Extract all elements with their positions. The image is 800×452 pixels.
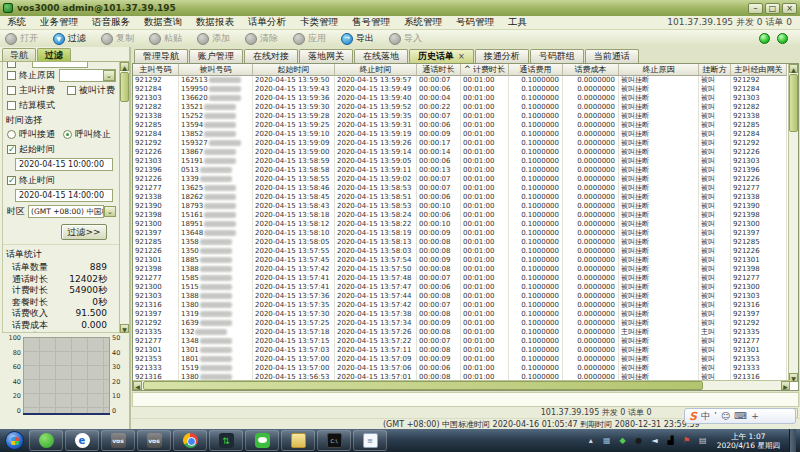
end-reason-checkbox[interactable] (7, 71, 16, 80)
ime-toolbox-icon[interactable]: + (751, 411, 759, 421)
chrome-icon[interactable] (173, 430, 207, 451)
sidebar-tab-1[interactable]: 过滤 (37, 48, 71, 61)
menu-item-7[interactable]: 售号管理 (345, 16, 397, 29)
tray-network-icon[interactable]: ▟ (665, 435, 677, 447)
filter-button[interactable]: 过滤 (53, 32, 86, 45)
scrollbar-thumb[interactable] (143, 381, 703, 390)
table-row[interactable]: 92139713192020-04-15 13:57:302020-04-15 … (133, 310, 798, 319)
table-row[interactable]: 921398151612020-04-15 13:58:182020-04-15… (133, 211, 798, 220)
tray-volume-icon[interactable]: ◄ (649, 435, 661, 447)
table-row[interactable]: 92122613502020-04-15 13:57:552020-04-15 … (133, 247, 798, 256)
start-time-input[interactable]: 2020-04-15 10:00:00 (15, 158, 113, 171)
col-header-4[interactable]: 通话时长 (417, 64, 461, 76)
table-row[interactable]: 921303151912020-04-15 13:58:592020-04-15… (133, 157, 798, 166)
filter-apply-button[interactable]: 过滤>> (61, 224, 107, 240)
maximize-button[interactable]: □ (765, 3, 780, 14)
close-tab-icon[interactable]: × (458, 52, 465, 61)
tray-qq-icon[interactable]: ● (633, 435, 645, 447)
transfer-tool-icon[interactable]: ⇅ (209, 430, 243, 451)
col-header-5[interactable]: ^ 计费时长 (461, 64, 509, 76)
ime-mode-icon[interactable]: 中 (701, 410, 710, 423)
scroll-up-icon[interactable]: ▲ (120, 62, 129, 71)
table-row[interactable]: 92139813882020-04-15 13:57:422020-04-15 … (133, 265, 798, 274)
chevron-down-icon[interactable]: ⌄ (103, 70, 115, 81)
table-row[interactable]: 921300189512020-04-15 13:58:122020-04-15… (133, 220, 798, 229)
taskbar-clock[interactable]: 上午 1:07 2020/4/16 星期四 (717, 432, 780, 450)
tab-1[interactable]: 账户管理 (189, 49, 243, 63)
notepad-icon[interactable]: ≡ (353, 430, 387, 451)
table-row[interactable]: 92122613392020-04-15 13:58:552020-04-15 … (133, 175, 798, 184)
menu-item-0[interactable]: 系统 (0, 16, 33, 29)
col-header-0[interactable]: 主叫号码 (133, 64, 179, 76)
ime-keyboard-icon[interactable]: ⌨ (734, 411, 747, 421)
table-row[interactable]: 921277136252020-04-15 13:58:462020-04-15… (133, 184, 798, 193)
table-row[interactable]: 92127713482020-04-15 13:57:152020-04-15 … (133, 337, 798, 346)
tray-hidden-icons-arrow[interactable]: ▴ (585, 435, 597, 447)
table-row[interactable]: 921397136482020-04-15 13:58:102020-04-15… (133, 229, 798, 238)
wechat-icon[interactable] (245, 430, 279, 451)
menu-item-9[interactable]: 号码管理 (449, 16, 501, 29)
table-row[interactable]: 921390187932020-04-15 13:58:432020-04-15… (133, 202, 798, 211)
table-row[interactable]: 9213351322020-04-15 13:57:182020-04-15 1… (133, 328, 798, 337)
table-row[interactable]: 92131613802020-04-15 13:57:352020-04-15 … (133, 301, 798, 310)
export-button[interactable]: 导出 (341, 32, 374, 45)
table-row[interactable]: 921282135212020-04-15 13:59:302020-04-15… (133, 103, 798, 112)
sidebar-tab-0[interactable]: 导航 (2, 48, 36, 61)
scrollbar-thumb[interactable] (789, 74, 798, 132)
menu-item-3[interactable]: 数据查询 (137, 16, 189, 29)
scrollbar-thumb[interactable] (120, 72, 129, 102)
col-header-8[interactable]: 终止原因 (619, 64, 699, 76)
table-row[interactable]: 9212921593272020-04-15 13:59:092020-04-1… (133, 139, 798, 148)
scroll-left-icon[interactable]: ◀ (133, 381, 142, 390)
col-header-2[interactable]: 起始时间 (253, 64, 335, 76)
cmd-icon[interactable]: C:\ (317, 430, 351, 451)
settlement-checkbox[interactable] (7, 101, 16, 110)
col-header-3[interactable]: 终止时间 (335, 64, 417, 76)
menu-item-2[interactable]: 语音服务 (85, 16, 137, 29)
tab-2[interactable]: 在线对接 (244, 49, 298, 63)
table-row[interactable]: 92130015152020-04-15 13:57:412020-04-15 … (133, 283, 798, 292)
sidebar-scrollbar[interactable]: ▲ ▼ (119, 62, 129, 333)
menu-item-6[interactable]: 卡类管理 (293, 16, 345, 29)
tab-6[interactable]: 接通分析 (475, 49, 529, 63)
scroll-up-icon[interactable]: ▲ (789, 64, 798, 73)
tray-flag-icon[interactable]: ⚑ (681, 435, 693, 447)
tab-0[interactable]: 管理导航 (134, 49, 188, 63)
menu-item-5[interactable]: 话单分析 (241, 16, 293, 29)
table-row[interactable]: 9212841599502020-04-15 13:59:432020-04-1… (133, 85, 798, 94)
table-row[interactable]: 9212921625132020-04-15 13:59:502020-04-1… (133, 76, 798, 85)
ime-punct-icon[interactable]: ’ (714, 411, 717, 421)
table-row[interactable]: 92135318012020-04-15 13:57:002020-04-15 … (133, 355, 798, 364)
menu-item-8[interactable]: 系统管理 (397, 16, 449, 29)
table-row[interactable]: 92129216392020-04-15 13:57:252020-04-15 … (133, 319, 798, 328)
table-row[interactable]: 921285135942020-04-15 13:59:252020-04-15… (133, 121, 798, 130)
browser-e-icon[interactable]: e (65, 430, 99, 451)
timezone-chevron-icon[interactable]: ⌄ (104, 206, 116, 217)
col-header-7[interactable]: 话费成本 (563, 64, 619, 76)
scroll-down-icon[interactable]: ▼ (120, 324, 129, 333)
table-vertical-scrollbar[interactable]: ▲ ▼ (788, 64, 798, 382)
col-header-1[interactable]: 被叫号码 (179, 64, 253, 76)
menu-item-1[interactable]: 业务管理 (33, 16, 85, 29)
scroll-right-icon[interactable]: ▶ (781, 381, 790, 390)
tab-7[interactable]: 号码群组 (530, 49, 584, 63)
minimize-button[interactable]: – (748, 3, 763, 14)
col-header-9[interactable]: 挂断方 (699, 64, 731, 76)
table-row[interactable]: 92130118852020-04-15 13:57:452020-04-15 … (133, 256, 798, 265)
table-row[interactable]: 92128513582020-04-15 13:58:052020-04-15 … (133, 238, 798, 247)
vos-client-icon-2[interactable]: vos (137, 430, 171, 451)
table-horizontal-scrollbar[interactable]: ◀ ▶ (133, 380, 790, 390)
table-row[interactable]: 92130113012020-04-15 13:57:032020-04-15 … (133, 346, 798, 355)
end-time-input[interactable]: 2020-04-15 14:00:00 (15, 189, 113, 202)
table-row[interactable]: 92127715852020-04-15 13:57:412020-04-15 … (133, 274, 798, 283)
tray-ime-icon[interactable]: ▤ (697, 435, 709, 447)
table-row[interactable]: 921226138672020-04-15 13:59:002020-04-15… (133, 148, 798, 157)
scroll-down-icon[interactable]: ▼ (789, 373, 798, 382)
ime-emoji-icon[interactable]: ☺ (721, 411, 730, 421)
explorer-icon[interactable] (281, 430, 315, 451)
sogou-logo-icon[interactable]: S (689, 410, 697, 423)
tab-8[interactable]: 当前通话 (585, 49, 639, 63)
end-time-checkbox[interactable] (7, 176, 16, 185)
col-header-6[interactable]: 通话费用 (509, 64, 563, 76)
show-desktop-button[interactable] (789, 429, 796, 452)
